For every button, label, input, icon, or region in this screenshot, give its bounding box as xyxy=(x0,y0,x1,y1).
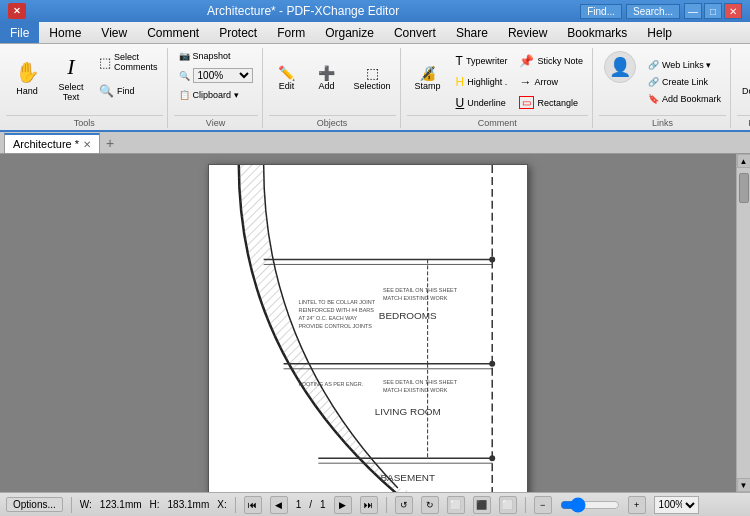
separator-4 xyxy=(525,497,526,513)
find-button[interactable]: Find... xyxy=(580,4,622,19)
underline-button[interactable]: U Underline xyxy=(451,93,513,113)
search-button[interactable]: Search... xyxy=(626,4,680,19)
menu-bookmarks[interactable]: Bookmarks xyxy=(557,22,637,43)
scroll-down-button[interactable]: ▼ xyxy=(737,478,751,492)
scroll-track[interactable] xyxy=(737,168,750,478)
svg-point-23 xyxy=(489,455,495,461)
fit-width-button[interactable]: ⬛ xyxy=(473,496,491,514)
sticky-note-button[interactable]: 📌 Sticky Note xyxy=(514,51,588,71)
separator-1 xyxy=(71,497,72,513)
add-button[interactable]: ➕ Add xyxy=(309,48,345,108)
width-label: W: xyxy=(80,499,92,510)
fit-page-button[interactable]: ⬜ xyxy=(447,496,465,514)
links-buttons: 👤 🔗 Web Links ▾ 🔗 Create Link 🔖 Add Book… xyxy=(599,48,726,115)
create-link-label: Create Link xyxy=(662,77,708,87)
edit-button[interactable]: ✏️ Edit xyxy=(269,48,305,108)
zoom-in-button[interactable]: ↻ xyxy=(421,496,439,514)
page-current: 1 xyxy=(296,499,302,510)
select-comments-icon: ⬚ xyxy=(99,55,111,70)
select-text-button[interactable]: I SelectText xyxy=(50,48,92,108)
zoom-minus-button[interactable]: − xyxy=(534,496,552,514)
menu-review[interactable]: Review xyxy=(498,22,557,43)
highlight-button[interactable]: H Highlight . xyxy=(451,72,513,92)
fit-height-button[interactable]: ⬜ xyxy=(499,496,517,514)
menu-view[interactable]: View xyxy=(91,22,137,43)
vertical-scrollbar[interactable]: ▲ ▼ xyxy=(736,154,750,492)
snapshot-button[interactable]: 📷 Snapshot xyxy=(174,48,258,64)
highlight-icon: H xyxy=(456,75,465,89)
pdf-area[interactable]: BEDROOMS LIVING ROOM BASEMENT LINTEL TO … xyxy=(0,154,736,492)
selection-button[interactable]: ⬚ Selection xyxy=(349,48,396,108)
add-bookmark-button[interactable]: 🔖 Add Bookmark xyxy=(643,91,726,107)
typewriter-button[interactable]: T Typewriter xyxy=(451,51,513,71)
tools-label: Tools xyxy=(6,115,163,128)
web-links-button[interactable]: 🔗 Web Links ▾ xyxy=(643,57,726,73)
zoom-plus-button[interactable]: + xyxy=(628,496,646,514)
snapshot-label: Snapshot xyxy=(193,51,231,61)
svg-text:PROVIDE CONTROL JOINTS: PROVIDE CONTROL JOINTS xyxy=(298,323,372,329)
selection-icon: ⬚ xyxy=(366,65,379,81)
next-page-button[interactable]: ▶ xyxy=(334,496,352,514)
main-area: BEDROOMS LIVING ROOM BASEMENT LINTEL TO … xyxy=(0,154,750,492)
sign-document-button[interactable]: ✍️ SignDocument xyxy=(737,48,750,108)
objects-label: Objects xyxy=(269,115,396,128)
zoom-out-button[interactable]: ↺ xyxy=(395,496,413,514)
zoom-selector[interactable]: 🔍 100% 75% 125% 150% xyxy=(174,65,258,86)
maximize-button[interactable]: □ xyxy=(704,3,722,19)
zoom-select[interactable]: 100% xyxy=(654,496,699,514)
svg-text:REINFORCED WITH #4 BARS: REINFORCED WITH #4 BARS xyxy=(298,307,374,313)
scroll-thumb[interactable] xyxy=(739,173,749,203)
menu-help[interactable]: Help xyxy=(637,22,682,43)
find-button[interactable]: 🔍 Find xyxy=(94,77,163,105)
select-text-icon: I xyxy=(67,54,74,80)
minimize-button[interactable]: — xyxy=(684,3,702,19)
menu-home[interactable]: Home xyxy=(39,22,91,43)
stamp-button[interactable]: 🔏 Stamp xyxy=(407,48,449,108)
view-label: View xyxy=(174,115,258,128)
hand-tool-button[interactable]: ✋ Hand xyxy=(6,48,48,108)
zoom-slider[interactable] xyxy=(560,497,620,513)
tab-architecture-label: Architecture * xyxy=(13,138,79,150)
last-page-button[interactable]: ⏭ xyxy=(360,496,378,514)
zoom-level-select[interactable]: 100% 75% 125% 150% xyxy=(193,68,253,83)
title-bar: ✕ Architecture* - PDF-XChange Editor Fin… xyxy=(0,0,750,22)
rectangle-icon: ▭ xyxy=(519,96,534,109)
prev-page-button[interactable]: ◀ xyxy=(270,496,288,514)
menu-convert[interactable]: Convert xyxy=(384,22,446,43)
add-icon: ➕ xyxy=(318,65,335,81)
create-link-icon: 🔗 xyxy=(648,77,659,87)
rectangle-button[interactable]: ▭ Rectangle xyxy=(514,93,588,112)
select-comments-button[interactable]: ⬚ SelectComments xyxy=(94,48,163,76)
tab-architecture[interactable]: Architecture * ✕ xyxy=(4,133,100,153)
rectangle-label: Rectangle xyxy=(537,98,578,108)
web-links-icon: 🔗 xyxy=(648,60,659,70)
select-text-label: SelectText xyxy=(58,82,83,102)
clipboard-button[interactable]: 📋 Clipboard ▾ xyxy=(174,87,258,103)
scroll-up-button[interactable]: ▲ xyxy=(737,154,751,168)
options-button[interactable]: Options... xyxy=(6,497,63,512)
tab-close-icon[interactable]: ✕ xyxy=(83,139,91,150)
close-button[interactable]: ✕ xyxy=(724,3,742,19)
first-page-button[interactable]: ⏮ xyxy=(244,496,262,514)
height-label: H: xyxy=(150,499,160,510)
menu-share[interactable]: Share xyxy=(446,22,498,43)
create-link-button[interactable]: 🔗 Create Link xyxy=(643,74,726,90)
comment-col1: T Typewriter H Highlight . U Underline xyxy=(451,48,513,115)
menu-organize[interactable]: Organize xyxy=(315,22,384,43)
typewriter-icon: T xyxy=(456,54,463,68)
page-total: 1 xyxy=(320,499,326,510)
svg-point-21 xyxy=(489,256,495,262)
menu-protect[interactable]: Protect xyxy=(209,22,267,43)
document-tabs: Architecture * ✕ + xyxy=(0,132,750,154)
menu-file[interactable]: File xyxy=(0,22,39,43)
underline-icon: U xyxy=(456,96,465,110)
svg-text:SEE DETAIL ON THIS SHEET: SEE DETAIL ON THIS SHEET xyxy=(383,379,458,385)
add-tab-button[interactable]: + xyxy=(100,133,120,153)
menu-form[interactable]: Form xyxy=(267,22,315,43)
hand-icon: ✋ xyxy=(15,60,40,84)
edit-icon: ✏️ xyxy=(278,65,295,81)
arrow-button[interactable]: → Arrow xyxy=(514,72,588,92)
comment-col2: 📌 Sticky Note → Arrow ▭ Rectangle xyxy=(514,48,588,115)
window-controls: — □ ✕ xyxy=(684,3,742,19)
menu-comment[interactable]: Comment xyxy=(137,22,209,43)
